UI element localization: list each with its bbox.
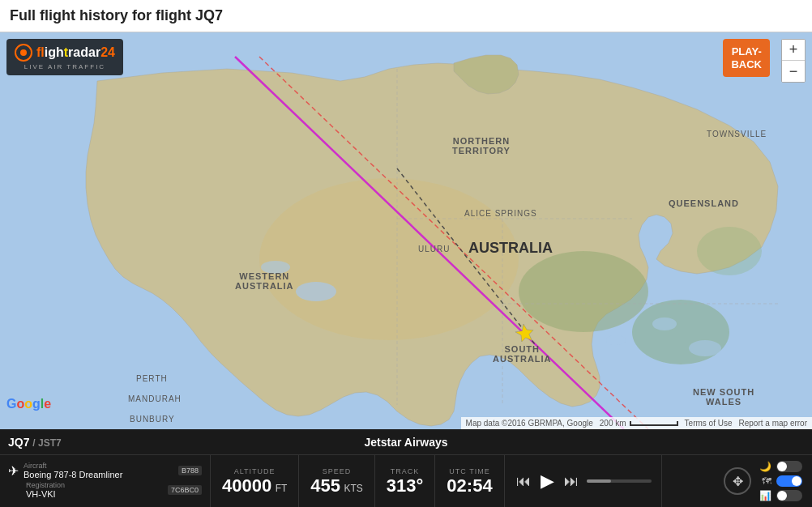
fr24-tagline: LIVE AIR TRAFFIC: [24, 63, 105, 70]
label-bunbury: Bunbury: [130, 415, 175, 424]
track-label: TRACK: [391, 467, 420, 475]
moon-icon: 🌙: [759, 461, 771, 472]
playback-button[interactable]: PLAY- BACK: [723, 39, 770, 77]
svg-point-1: [519, 251, 648, 332]
scale-bar: 200 km: [600, 419, 678, 428]
volume-slider[interactable]: [587, 479, 652, 483]
pan-button[interactable]: ✥: [724, 467, 751, 495]
track-value: 313°: [387, 477, 424, 495]
chart-icon: 📊: [759, 490, 771, 501]
skip-forward-button[interactable]: ⏭: [562, 471, 580, 492]
svg-point-9: [606, 335, 626, 345]
zoom-out-button[interactable]: −: [782, 61, 805, 82]
report-map-error-link[interactable]: Report a map error: [739, 419, 807, 428]
label-queensland: QUEENSLAND: [669, 198, 739, 208]
google-logo: Google: [6, 397, 51, 411]
page-header: Full flight history for flight JQ7: [0, 0, 812, 32]
svg-point-7: [652, 317, 677, 330]
zoom-in-button[interactable]: +: [782, 40, 805, 61]
aircraft-info-panel: ✈ Aircraft Boeing 787-8 Dreamliner B788 …: [0, 455, 211, 507]
volume-fill: [587, 479, 611, 483]
chart-toggle[interactable]: [776, 490, 802, 501]
label-australia: Australia: [468, 240, 553, 257]
track-block: TRACK 313°: [375, 455, 436, 507]
registration-code-badge: 7C6BC0: [168, 485, 202, 495]
speed-value: 455 KTS: [310, 477, 363, 495]
map-toggle[interactable]: [776, 475, 802, 487]
bottom-panel: JQ7 / JST7 Jetstar Airways ✈ Aircraft Bo…: [0, 429, 812, 507]
toggle-row-2: 🗺: [762, 475, 802, 487]
map-svg: [0, 32, 812, 429]
speed-block: SPEED 455 KTS: [299, 455, 375, 507]
flight-info-bar: JQ7 / JST7 Jetstar Airways: [0, 429, 812, 455]
aircraft-type-row: ✈ Aircraft Boeing 787-8 Dreamliner B788: [8, 462, 202, 479]
aircraft-code-badge: B788: [178, 466, 202, 475]
play-button[interactable]: ▶: [539, 469, 556, 493]
altitude-value: 40000 FT: [222, 477, 287, 495]
zoom-controls: + −: [781, 39, 806, 83]
altitude-label: ALTITUDE: [234, 467, 276, 475]
altitude-block: ALTITUDE 40000 FT: [211, 455, 299, 507]
terms-of-use-link[interactable]: Terms of Use: [685, 419, 733, 428]
flight-details-row: ✈ Aircraft Boeing 787-8 Dreamliner B788 …: [0, 455, 812, 507]
map-container[interactable]: flightradar24 LIVE AIR TRAFFIC PLAY- BAC…: [0, 32, 812, 429]
map-icon: 🗺: [762, 475, 771, 487]
aircraft-type: Boeing 787-8 Dreamliner: [24, 470, 122, 479]
map-attribution: Map data ©2016 GBRMPA, Google 200 km Ter…: [461, 417, 812, 429]
svg-point-4: [259, 178, 519, 340]
label-alice-springs: Alice Springs: [464, 209, 537, 218]
registration-row: Registration VH-VKI 7C6BC0: [8, 481, 202, 499]
flight-id-area: JQ7 / JST7: [8, 436, 68, 449]
label-south-australia: SOUTH AUSTRALIA: [493, 344, 552, 364]
flight-id: JQ7 / JST7: [8, 436, 62, 449]
toggle-row-1: 🌙: [759, 461, 802, 472]
airline-name: Jetstar Airways: [365, 436, 448, 449]
utc-label: UTC TIME: [449, 467, 489, 475]
registration-value: VH-VKI: [26, 489, 65, 499]
label-uluru: Uluru: [418, 245, 450, 254]
scale-text: 200 km: [600, 419, 626, 428]
label-perth: Perth: [136, 374, 168, 383]
svg-point-8: [689, 340, 721, 356]
label-western-australia: WESTERN AUSTRALIA: [235, 271, 294, 291]
toggle-row-3: 📊: [759, 490, 802, 501]
page-title: Full flight history for flight JQ7: [10, 7, 223, 24]
map-data-text: Map data ©2016 GBRMPA, Google: [466, 419, 593, 428]
skip-back-button[interactable]: ⏮: [515, 471, 532, 492]
right-icons-panel: ✥ 🌙 🗺 📊: [714, 455, 812, 507]
registration-label: Registration: [26, 481, 65, 489]
svg-point-5: [296, 282, 336, 301]
label-townsville: Townsville: [707, 130, 767, 138]
toggle-group: 🌙 🗺 📊: [759, 461, 802, 501]
label-new-south-wales: NEW SOUTH WALES: [693, 387, 754, 407]
svg-point-3: [697, 227, 762, 275]
fr24-logo: flightradar24 LIVE AIR TRAFFIC: [6, 39, 123, 75]
label-northern-territory: NORTHERN TERRITORY: [452, 136, 511, 156]
speed-label: SPEED: [323, 467, 352, 475]
utc-value: 02:54: [447, 477, 492, 495]
aircraft-label: Aircraft: [24, 462, 122, 470]
utc-time-block: UTC TIME 02:54: [435, 455, 504, 507]
night-mode-toggle[interactable]: [776, 461, 802, 472]
label-mandurah: Mandurah: [128, 394, 182, 403]
playback-controls: ⏮ ▶ ⏭: [505, 455, 662, 507]
